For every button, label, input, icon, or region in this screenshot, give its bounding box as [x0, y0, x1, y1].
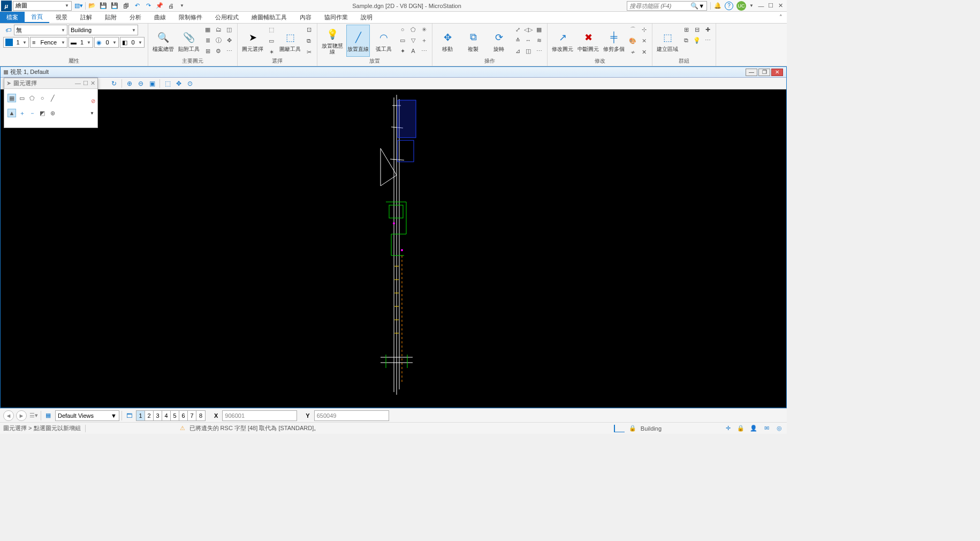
refs-icon[interactable]: 🗂: [214, 25, 223, 34]
set-mark-icon[interactable]: 📌: [155, 1, 164, 11]
redo-icon[interactable]: ↷: [143, 1, 153, 11]
template-icon[interactable]: 🏷: [3, 25, 13, 35]
toolbox-close-icon[interactable]: ✕: [90, 80, 95, 87]
print-icon[interactable]: 🖨: [166, 1, 176, 11]
array-icon[interactable]: ▦: [534, 25, 544, 34]
save-settings-icon[interactable]: 💾: [110, 1, 119, 11]
manage-views-icon[interactable]: 🗔: [124, 411, 134, 420]
mod4-icon[interactable]: ⨯: [639, 36, 649, 46]
mod1-icon[interactable]: ⌒: [628, 25, 637, 34]
mode-all-icon[interactable]: ⊛: [48, 109, 57, 117]
ribbon-search-input[interactable]: [629, 3, 690, 9]
lock-icon[interactable]: 🔒: [629, 425, 636, 432]
tab-help[interactable]: 說明: [354, 12, 379, 23]
compress-icon[interactable]: 🗐: [121, 1, 131, 11]
view-toggle-5[interactable]: 5: [171, 411, 179, 420]
zoom-in-icon[interactable]: ⊕: [125, 79, 134, 88]
view-titlebar[interactable]: 視景 1, Default — ❐ ✕: [1, 67, 786, 78]
mod6-icon[interactable]: ✕: [639, 47, 649, 57]
mode-new-icon[interactable]: ▲: [7, 109, 16, 117]
sel-shape-icon[interactable]: ⬠: [28, 94, 36, 102]
manip7-icon[interactable]: ⊿: [513, 46, 522, 56]
element-selection-toolbox[interactable]: ➤ 圖元選擇 — ☐ ✕ ▦ ▭ ⬠ ○ ╱ ▲ ＋ － ◩ ⊛: [4, 78, 98, 128]
element-selection-button[interactable]: ➤圖元選擇: [241, 25, 264, 57]
tab-view[interactable]: 視景: [49, 12, 74, 23]
tab-curves[interactable]: 曲線: [148, 12, 172, 23]
toolbox-titlebar[interactable]: ➤ 圖元選擇 — ☐ ✕: [4, 78, 97, 89]
chev-icon[interactable]: ▽: [408, 35, 418, 45]
sel-circle-icon[interactable]: ○: [38, 94, 47, 102]
class-combo[interactable]: ◉0▼: [94, 37, 119, 48]
tab-utilities[interactable]: 公用程式: [209, 12, 245, 23]
template-combo[interactable]: 無▼: [14, 25, 67, 35]
view-minimize-icon[interactable]: —: [746, 69, 757, 76]
sel-block-icon[interactable]: ▭: [18, 94, 26, 102]
more2-icon[interactable]: ⋯: [419, 46, 429, 56]
create-region-button[interactable]: ⬚建立區域: [656, 25, 679, 57]
rotate-view-icon[interactable]: ✥: [174, 79, 184, 88]
chevron-down-icon[interactable]: ▼: [749, 3, 754, 8]
workflow-combo[interactable]: 繪圖 ▼: [13, 1, 72, 11]
view-group-icon[interactable]: ▦: [43, 411, 53, 420]
save-icon[interactable]: 💾: [98, 1, 108, 11]
tool3-icon[interactable]: ⊞: [203, 46, 212, 56]
poly-icon[interactable]: ✦: [398, 46, 407, 56]
offset-icon[interactable]: ≋: [534, 35, 544, 45]
color-combo[interactable]: 1▼: [3, 37, 29, 48]
nav-back-icon[interactable]: ◄: [3, 410, 14, 421]
grp1-icon[interactable]: ⊞: [681, 25, 691, 34]
select-none-icon[interactable]: [85, 93, 94, 103]
sel-misc1-icon[interactable]: ⬚: [267, 25, 276, 34]
place-line-button[interactable]: ╱放置直線: [346, 25, 370, 57]
smartline-button[interactable]: 💡放置聰慧線: [321, 25, 344, 57]
message-center-icon[interactable]: ✉: [762, 424, 771, 433]
scale-icon[interactable]: ⤢: [513, 25, 522, 34]
sel-misc2-icon[interactable]: ▭: [267, 36, 276, 46]
snap-icon[interactable]: ✛: [724, 424, 732, 433]
tab-content[interactable]: 內容: [293, 12, 318, 23]
tool1-icon[interactable]: ◫: [224, 25, 234, 34]
ribbon-search[interactable]: 🔍 ▼: [627, 1, 707, 11]
sel-misc3-icon[interactable]: ✶: [267, 47, 276, 57]
mod3-icon[interactable]: 🎨: [628, 36, 637, 46]
qat-dropdown-icon[interactable]: ▧▾: [74, 1, 83, 11]
shape-icon[interactable]: ⬠: [408, 25, 418, 34]
tool4-icon[interactable]: ⚙: [214, 46, 223, 56]
spark-icon[interactable]: ✳: [419, 25, 429, 34]
levels-icon[interactable]: ≣: [203, 35, 212, 45]
rect-icon[interactable]: ▭: [398, 35, 407, 45]
mod2-icon[interactable]: ⊹: [639, 25, 649, 34]
x-coord-field[interactable]: 906001: [222, 410, 297, 421]
view-toggle-6[interactable]: 6: [179, 411, 188, 420]
refresh-icon[interactable]: ↻: [109, 79, 119, 88]
align-icon[interactable]: ≛: [513, 35, 522, 45]
view-toggle-2[interactable]: 2: [145, 411, 154, 420]
tab-constraints[interactable]: 限制條件: [172, 12, 209, 23]
fence-opt1-icon[interactable]: ⊡: [304, 25, 314, 34]
tab-home[interactable]: 首頁: [25, 12, 49, 23]
trim-multi-button[interactable]: ╪修剪多個: [602, 25, 626, 57]
tab-attach[interactable]: 貼附: [98, 12, 123, 23]
view-restore-icon[interactable]: ❐: [758, 69, 770, 76]
circle-icon[interactable]: ○: [398, 25, 407, 34]
fence-opt3-icon[interactable]: ✂: [304, 47, 314, 57]
mode-sub-icon[interactable]: －: [28, 109, 36, 117]
manip9-icon[interactable]: ⋯: [534, 46, 544, 56]
y-coord-field[interactable]: 650049: [314, 410, 389, 421]
close-icon[interactable]: ✕: [776, 2, 785, 10]
tab-collaborate[interactable]: 協同作業: [318, 12, 354, 23]
tool2-icon[interactable]: ✥: [224, 35, 234, 45]
tab-annotate[interactable]: 註解: [74, 12, 98, 23]
models-icon[interactable]: ▦: [203, 25, 212, 34]
mirror-icon[interactable]: ◁▷: [523, 25, 533, 34]
locks-icon[interactable]: 🔒: [736, 424, 745, 433]
tab-file[interactable]: 檔案: [0, 12, 25, 23]
grp6-icon[interactable]: ⋯: [703, 35, 712, 45]
more-icon[interactable]: ⋯: [224, 46, 234, 56]
copy-button[interactable]: ⧉複製: [461, 25, 485, 57]
view-toggle-8[interactable]: 8: [196, 411, 205, 420]
arc-tools-button[interactable]: ◠弧工具: [372, 25, 396, 57]
view-close-icon[interactable]: ✕: [771, 69, 783, 76]
transparency-combo[interactable]: ◧0▼: [120, 37, 145, 48]
view-toggle-3[interactable]: 3: [154, 411, 162, 420]
